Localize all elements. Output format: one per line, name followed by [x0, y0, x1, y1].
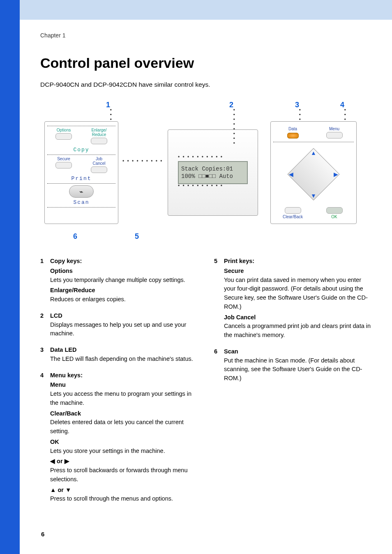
page-title: Control panel overview — [40, 55, 371, 71]
secure-text: You can print data saved in memory when … — [224, 276, 371, 312]
callout-5: 5 — [135, 232, 139, 241]
callout-3: 3 — [295, 101, 299, 109]
copy-section-label: Copy — [47, 147, 115, 153]
lcd-heading: LCD — [50, 312, 198, 321]
callout-6: 6 — [73, 232, 77, 241]
data-led-heading: Data LED — [50, 346, 198, 355]
scan-key[interactable]: ⌁ — [69, 185, 94, 198]
clear-back-heading: Clear/Back — [50, 409, 198, 418]
control-panel-diagram: 1 2 3 4 5 6 Options Enlarge/ Reduce Copy — [44, 101, 357, 245]
left-right-heading: ◀ or ▶ — [50, 457, 198, 466]
clear-back-text: Deletes entered data or lets you cancel … — [50, 418, 198, 436]
lcd-line-2: 100% □□■□□ Auto — [181, 173, 244, 180]
item-5-print-keys: 5 Print keys: Secure You can print data … — [214, 257, 371, 342]
lcd-line-1: Stack Copies:01 — [181, 165, 244, 173]
clear-back-key[interactable] — [285, 207, 301, 214]
scan-text: Put the machine in Scan mode. (For detai… — [224, 356, 371, 383]
options-key[interactable] — [55, 133, 72, 140]
callout-2: 2 — [229, 101, 233, 109]
enlarge-reduce-text: Reduces or enlarges copies. — [50, 295, 198, 304]
up-down-text: Press to scroll through the menus and op… — [50, 494, 198, 503]
secure-heading: Secure — [224, 267, 371, 276]
navigation-dpad: ▲ ▼ ◀ ▶ — [285, 145, 342, 203]
description-columns: 1 Copy keys: Options Lets you temporaril… — [40, 257, 371, 511]
menu-text: Lets you access the menu to program your… — [50, 390, 198, 408]
job-cancel-heading: Job Cancel — [224, 313, 371, 322]
menu-keys-heading: Menu keys: — [50, 371, 198, 380]
ok-key[interactable] — [326, 207, 343, 214]
arrow-down-icon[interactable]: ▼ — [311, 192, 316, 199]
menu-heading: Menu — [50, 381, 198, 390]
ok-text: Lets you store your settings in the mach… — [50, 447, 198, 456]
secure-key[interactable] — [55, 162, 72, 169]
options-label: Options — [47, 128, 80, 132]
copy-keys-heading: Copy keys: — [50, 257, 198, 266]
job-cancel-label: Job Cancel — [83, 157, 115, 166]
page-number: 6 — [41, 531, 44, 538]
ok-heading: OK — [50, 438, 198, 447]
intro-text: DCP-9040CN and DCP-9042CDN have similar … — [40, 81, 371, 88]
chapter-label: Chapter 1 — [40, 32, 371, 39]
header-bar — [0, 0, 392, 20]
arrow-left-icon[interactable]: ◀ — [289, 171, 293, 178]
menu-label: Menu — [315, 127, 354, 131]
job-cancel-key[interactable] — [91, 166, 107, 173]
enlarge-reduce-label: Enlarge/ Reduce — [83, 128, 115, 137]
up-down-heading: ▲ or ▼ — [50, 486, 198, 495]
menu-key[interactable] — [326, 132, 343, 138]
item-6-scan: 6 Scan Put the machine in Scan mode. (Fo… — [214, 347, 371, 385]
data-led-label: Data — [273, 127, 312, 131]
scan-section-label: Scan — [47, 199, 115, 205]
scan-heading: Scan — [224, 347, 371, 356]
arrow-up-icon[interactable]: ▲ — [311, 150, 316, 156]
print-keys-heading: Print keys: — [224, 257, 371, 266]
clear-back-label: Clear/Back — [273, 215, 312, 219]
item-3-data-led: 3 Data LED The LED will flash depending … — [40, 346, 198, 365]
options-text: Lets you temporarily change multiple cop… — [50, 276, 198, 285]
left-column: 1 Copy keys: Options Lets you temporaril… — [40, 257, 198, 511]
item-1-copy-keys: 1 Copy keys: Options Lets you temporaril… — [40, 257, 198, 306]
right-column: 5 Print keys: Secure You can print data … — [214, 257, 371, 511]
callout-1: 1 — [106, 101, 110, 109]
enlarge-reduce-heading: Enlarge/Reduce — [50, 286, 198, 295]
lcd-panel: Stack Copies:01 100% □□■□□ Auto — [168, 129, 258, 216]
print-section-label: Print — [47, 175, 115, 182]
item-2-lcd: 2 LCD Displays messages to help you set … — [40, 312, 198, 340]
copy-print-scan-panel: Options Enlarge/ Reduce Copy Secure Job … — [44, 121, 118, 224]
left-right-text: Press to scroll backwards or forwards th… — [50, 466, 198, 484]
enlarge-reduce-key[interactable] — [91, 138, 107, 144]
ok-label: OK — [315, 215, 354, 219]
menu-panel: Data Menu ▲ ▼ ◀ ▶ Clear/Back — [270, 121, 357, 224]
lcd-screen: Stack Copies:01 100% □□■□□ Auto — [178, 161, 248, 184]
data-led-text: The LED will flash depending on the mach… — [50, 355, 198, 364]
item-4-menu-keys: 4 Menu keys: Menu Lets you access the me… — [40, 371, 198, 506]
lcd-text: Displays messages to help you set up and… — [50, 321, 198, 339]
scan-icon: ⌁ — [79, 188, 83, 196]
options-heading: Options — [50, 267, 198, 276]
job-cancel-text: Cancels a programmed print job and clear… — [224, 322, 371, 340]
data-led — [287, 133, 299, 138]
arrow-right-icon[interactable]: ▶ — [334, 171, 338, 178]
page-content: Chapter 1 Control panel overview DCP-904… — [20, 20, 392, 554]
callout-4: 4 — [340, 101, 344, 109]
secure-label: Secure — [47, 157, 80, 161]
side-bar — [0, 0, 20, 554]
